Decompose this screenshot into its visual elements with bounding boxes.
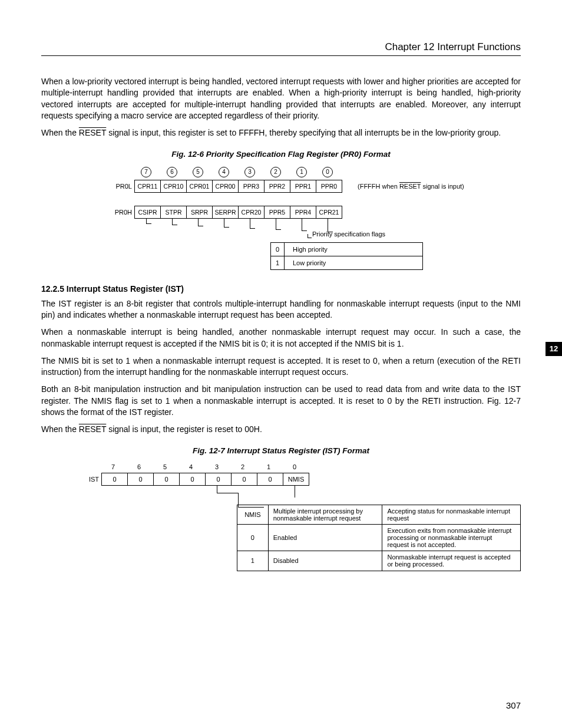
chapter-side-tab: 12 (546, 342, 562, 356)
body-para: When the RESET signal is input, the regi… (41, 424, 521, 435)
bit-idx: 7 (100, 463, 126, 470)
text: signal is input, the register is reset t… (106, 424, 262, 434)
reg-cell: 0 (257, 473, 283, 486)
bit-idx-6: 6 (167, 167, 177, 177)
body-para: Both an 8-bit manipulation instruction a… (41, 384, 521, 418)
reg-cell: SRPR (187, 206, 213, 219)
text: When the (41, 424, 79, 434)
bit-idx: 2 (230, 463, 256, 470)
reg-cell: PPR0 (316, 180, 342, 193)
nmis-text-a: Disabled (268, 551, 382, 571)
register-row-pr0l: PR0L CPR11 CPR10 CPR01 CPR00 PPR3 PPR2 P… (106, 180, 521, 193)
register-row-ist: IST 0 0 0 0 0 0 0 NMIS (73, 473, 521, 486)
reg-cell: CPR11 (135, 180, 161, 193)
bit-idx-5: 5 (193, 167, 203, 177)
reg-cell: PPR1 (290, 180, 316, 193)
register-row-pr0h: PR0H CSIPR STPR SRPR SERPR CPR20 PPR5 PP… (106, 206, 521, 219)
reg-cell: 0 (102, 473, 128, 486)
priority-value: 0 (271, 242, 285, 256)
connector-lines (133, 219, 521, 232)
bit-idx-2: 2 (270, 167, 281, 177)
table-row: 0 Enabled Execution exits from nonmaskab… (237, 524, 521, 551)
fig-12-6-caption: Fig. 12-6 Priority Specification Flag Re… (41, 150, 521, 159)
body-para-1: When a low-priority vectored interrupt i… (41, 76, 521, 121)
priority-text: High priority (285, 242, 423, 256)
bit-idx-3: 3 (244, 167, 255, 177)
reg-cell: 0 (206, 473, 232, 486)
reg-cell: CPR01 (187, 180, 213, 193)
body-para: The IST register is an 8-bit register th… (41, 298, 521, 321)
text: When the (41, 128, 79, 137)
nmis-text-b: Execution exits from nonmaskable interru… (382, 524, 521, 551)
body-para: The NMIS bit is set to 1 when a nonmaska… (41, 355, 521, 378)
fig-12-7-caption: Fig. 12-7 Interrupt Status Register (IST… (41, 446, 521, 455)
bit-idx-4: 4 (219, 167, 229, 177)
reg-note: (FFFFH when RESET signal is input) (358, 183, 464, 190)
bit-idx-0: 0 (322, 167, 333, 177)
priority-table: 0 High priority 1 Low priority (270, 242, 423, 270)
priority-text: Low priority (285, 256, 423, 269)
body-para: When a nonmaskable interrupt is being ha… (41, 327, 521, 350)
reg-cell: CPR20 (239, 206, 265, 219)
table-row: 0 High priority (271, 242, 423, 256)
bit-idx: 6 (126, 463, 152, 470)
reg-cell: 0 (154, 473, 180, 486)
fig-12-7: 7 6 5 4 3 2 1 0 IST 0 0 0 0 0 0 0 NMIS (73, 463, 521, 571)
reg-cell: CPR21 (316, 206, 342, 219)
nmis-text-b: Nonmaskable interrupt request is accepte… (382, 551, 521, 571)
nmis-head: Multiple interrupt processing by nonmask… (268, 505, 382, 524)
bit-idx: 4 (178, 463, 204, 470)
fig-12-6: 7 6 5 4 3 2 1 0 PR0L CPR11 CPR10 CPR01 C… (106, 167, 521, 270)
reg-cell: PPR2 (265, 180, 290, 193)
bit-indices: 7 6 5 4 3 2 1 0 (100, 463, 521, 470)
connector-lines (100, 486, 521, 505)
bit-idx: 3 (204, 463, 230, 470)
reg-cell: CPR00 (213, 180, 239, 193)
reg-label-ist: IST (73, 476, 101, 483)
table-row: NMIS Multiple interrupt processing by no… (237, 505, 521, 524)
reg-cell: SERPR (213, 206, 239, 219)
bit-idx-7: 7 (141, 167, 151, 177)
reg-cell: PPR5 (265, 206, 290, 219)
reset-signal: RESET (79, 424, 106, 434)
text: signal is input, this register is set to… (106, 128, 501, 137)
bit-idx: 0 (282, 463, 308, 470)
text: (FFFFH when (358, 183, 399, 190)
bit-idx-1: 1 (296, 167, 307, 177)
reg-cell: CSIPR (135, 206, 161, 219)
reg-cell: NMIS (283, 473, 309, 486)
reset-signal: RESET (399, 183, 421, 190)
reg-cell: PPR3 (239, 180, 265, 193)
reset-signal: RESET (79, 128, 106, 137)
priority-value: 1 (271, 256, 285, 269)
reg-cell: STPR (161, 206, 187, 219)
bit-idx: 1 (256, 463, 282, 470)
reg-label-pr0h: PR0H (106, 209, 134, 216)
page-number: 307 (506, 700, 521, 710)
reg-cell: 0 (180, 473, 206, 486)
nmis-value: 0 (237, 524, 269, 551)
body-para-2: When the RESET signal is input, this reg… (41, 127, 521, 139)
section-12-2-5-heading: 12.2.5 Interrupt Status Register (IST) (41, 284, 521, 294)
reg-label-pr0l: PR0L (106, 183, 134, 190)
priority-flag-label: Priority specification flags (312, 230, 385, 238)
text: signal is input) (421, 183, 464, 190)
reg-cell: 0 (128, 473, 154, 486)
reg-cell: CPR10 (161, 180, 187, 193)
nmis-value: 1 (237, 551, 269, 571)
reg-cell: PPR4 (290, 206, 316, 219)
chapter-header: Chapter 12 Interrupt Functions (41, 41, 521, 53)
table-row: 1 Disabled Nonmaskable interrupt request… (237, 551, 521, 571)
bit-indices: 7 6 5 4 3 2 1 0 (133, 167, 521, 177)
bit-idx: 5 (152, 463, 178, 470)
header-rule (41, 55, 521, 56)
table-row: 1 Low priority (271, 256, 423, 269)
nmis-table: NMIS Multiple interrupt processing by no… (237, 505, 521, 571)
nmis-text-a: Enabled (268, 524, 382, 551)
nmis-head: Accepting status for nonmaskable interru… (382, 505, 521, 524)
reg-cell: 0 (232, 473, 257, 486)
